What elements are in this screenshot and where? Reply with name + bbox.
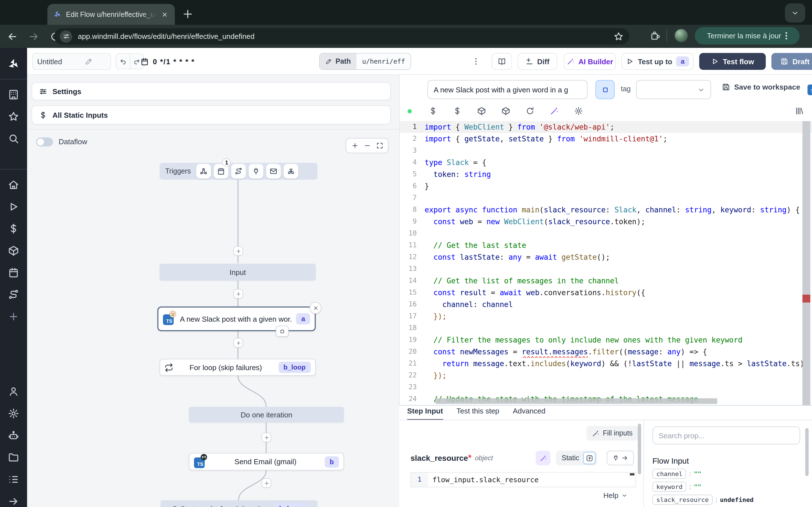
sidebar-item-folders[interactable] <box>8 452 19 463</box>
flow-input-prop-slack_resource[interactable]: slack_resource:undefined <box>652 495 754 505</box>
flow-node-slack-step[interactable]: TS A new Slack post with a given wor... … <box>157 306 316 331</box>
sidebar-item-variables[interactable] <box>8 223 19 234</box>
save-to-workspace-button[interactable]: Save to workspace <box>722 83 800 91</box>
code-line[interactable]: 14 // Get the list of messages in the ch… <box>400 275 812 287</box>
code-line[interactable]: 10 <box>400 228 812 239</box>
connect-input-button[interactable] <box>607 451 634 465</box>
tab-test-this-step[interactable]: Test this step <box>456 407 499 420</box>
test-up-to-button[interactable]: Test up to a <box>621 53 694 70</box>
schedule-trigger[interactable]: 1 <box>214 164 229 179</box>
flow-node-do-one-iteration[interactable]: Do one iteration <box>189 407 344 422</box>
library-icon[interactable] <box>795 107 804 115</box>
add-step-button[interactable] <box>234 338 243 348</box>
sidebar-item-routes[interactable] <box>8 289 19 300</box>
flow-input-prop-keyword[interactable]: keyword:"" <box>652 482 754 492</box>
kebab-menu-icon[interactable] <box>786 32 788 40</box>
search-prop-input[interactable]: Search prop... <box>652 427 800 445</box>
code-line[interactable]: 9 const web = new WebClient(slack_resour… <box>400 216 812 228</box>
ai-wand-icon[interactable] <box>550 107 559 115</box>
bookmark-star-icon[interactable] <box>613 31 624 41</box>
forward-button[interactable] <box>28 31 40 42</box>
settings-card[interactable]: Settings <box>32 82 391 100</box>
sidebar-item-runs[interactable] <box>8 201 19 212</box>
sidebar-item-account[interactable] <box>8 386 19 397</box>
flow-node-forloop[interactable]: For loop (skip failures) b_loop <box>160 359 316 376</box>
triggers-node[interactable]: Triggers 1 <box>160 163 317 180</box>
docs-button[interactable] <box>492 53 512 70</box>
code-line[interactable]: 16 channel: channel <box>400 298 812 311</box>
test-flow-button[interactable]: Test flow <box>699 53 766 70</box>
status-dot[interactable] <box>406 107 413 115</box>
code-line[interactable]: 23 <box>400 381 812 393</box>
code-line[interactable]: 5 token: string <box>400 168 812 180</box>
profile-avatar[interactable] <box>674 29 688 42</box>
undo-button[interactable] <box>116 54 130 69</box>
sidebar-item-settings[interactable] <box>8 408 19 419</box>
help-button[interactable]: Help <box>603 491 627 500</box>
chrome-update-button[interactable]: Terminer la mise à jour <box>695 27 800 45</box>
sidebar-item-search[interactable] <box>8 133 19 144</box>
code-line[interactable]: 17 }); <box>400 311 812 322</box>
expression-editor[interactable]: 1 flow_input.slack_resource <box>410 472 636 487</box>
diff-button[interactable]: Diff <box>518 53 557 70</box>
back-button[interactable] <box>7 31 18 42</box>
code-line[interactable]: 7 <box>400 192 812 204</box>
sidebar-item-schedules[interactable] <box>8 267 19 278</box>
package-icon[interactable] <box>477 107 486 115</box>
editor-vertical-scrollbar[interactable] <box>802 121 810 405</box>
fill-inputs-button[interactable]: Fill inputs <box>587 426 638 441</box>
site-settings-icon[interactable] <box>60 30 72 43</box>
http-route-trigger[interactable] <box>232 164 246 179</box>
static-expr-toggle[interactable]: Static <box>556 451 598 465</box>
reload-icon[interactable] <box>525 107 535 115</box>
extensions-icon[interactable] <box>650 30 660 41</box>
code-line[interactable]: 6} <box>400 180 812 192</box>
more-menu-button[interactable] <box>471 55 480 68</box>
code-line[interactable]: 21 return message.text.includes(keyword)… <box>400 358 812 370</box>
windmill-logo-icon[interactable] <box>7 58 20 70</box>
url-bar[interactable]: app.windmill.dev/flows/edit/u/henri/effe… <box>54 28 629 45</box>
package-alt-icon[interactable] <box>501 107 510 115</box>
code-line[interactable]: 13 <box>400 263 812 275</box>
sidebar-item-resources[interactable] <box>8 245 19 256</box>
path-control[interactable]: Path u/henri/eff <box>319 53 411 70</box>
flow-node-collect-result[interactable]: Collect result of each iteration b_loop <box>161 500 317 507</box>
script-summary-input[interactable]: A new Slack post with a given word in a … <box>427 80 588 99</box>
code-editor[interactable]: 1import { WebClient } from '@slack/web-a… <box>400 121 812 405</box>
flow-node-input[interactable]: Input <box>160 264 316 281</box>
tab-search-button[interactable] <box>785 3 805 22</box>
editor-horizontal-scrollbar[interactable] <box>435 398 717 404</box>
sidebar-item-workspace[interactable] <box>8 89 19 100</box>
sidebar-item-audit-logs[interactable] <box>8 474 19 485</box>
add-step-button[interactable] <box>262 433 271 442</box>
flow-input-prop-channel[interactable]: channel:"" <box>652 469 754 479</box>
tag-select[interactable] <box>636 80 711 99</box>
variables-icon[interactable] <box>428 107 438 115</box>
code-line[interactable]: 22 }); <box>400 370 812 381</box>
code-line[interactable]: 19 // Filter the messages to only includ… <box>400 334 812 346</box>
static-inputs-icon[interactable] <box>453 107 462 115</box>
email-trigger[interactable] <box>266 164 281 179</box>
new-tab-button[interactable] <box>182 8 194 20</box>
code-line[interactable]: 15 const result = await web.conversation… <box>400 287 812 298</box>
add-step-button[interactable] <box>234 246 243 256</box>
code-line[interactable]: 8export async function main(slack_resour… <box>400 204 812 216</box>
add-step-button[interactable] <box>234 289 243 298</box>
delete-step-button[interactable] <box>310 302 321 314</box>
add-step-button[interactable] <box>262 478 271 488</box>
sidebar-item-workers[interactable] <box>8 430 19 441</box>
code-line[interactable]: 1import { WebClient } from '@slack/web-a… <box>400 121 812 133</box>
code-line[interactable]: 18 <box>400 322 812 334</box>
schedule-cron[interactable]: 0 */1 * * * * <box>140 54 195 69</box>
flow-node-send-email[interactable]: TS Send Email (gmail) b <box>189 453 344 470</box>
flow-name-input[interactable]: Untitled <box>32 53 111 70</box>
browser-tab[interactable]: Edit Flow u/henri/effective_un <box>47 4 175 25</box>
all-static-inputs-card[interactable]: All Static Inputs <box>32 105 391 124</box>
stop-after-toggle-button[interactable] <box>596 80 615 99</box>
panel-scrollbar[interactable] <box>638 424 641 474</box>
props-scrollbar[interactable] <box>805 428 809 476</box>
webhook-trigger[interactable] <box>197 164 211 179</box>
poll-trigger[interactable] <box>284 164 299 179</box>
stop-after-step-button[interactable] <box>276 326 289 337</box>
code-line[interactable]: 12 const lastState: any = await getState… <box>400 251 812 263</box>
